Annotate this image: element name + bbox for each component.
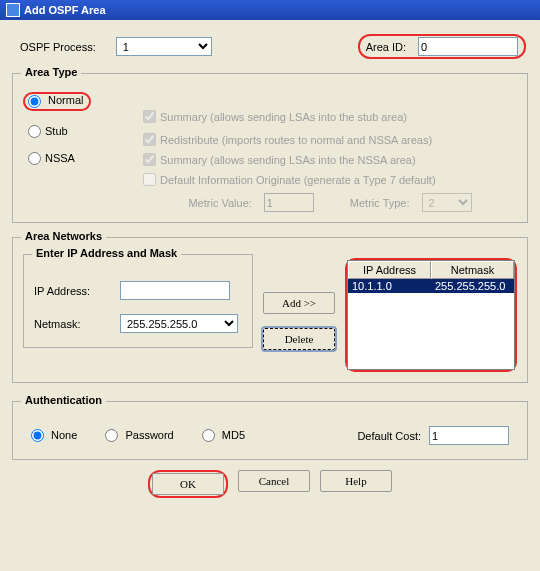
netmask-label: Netmask:	[34, 318, 114, 330]
ip-address-input[interactable]	[120, 281, 230, 300]
default-info-checkbox	[143, 173, 156, 186]
titlebar: Add OSPF Area	[0, 0, 540, 20]
authentication-group: Authentication None Password MD5 Default…	[12, 401, 528, 460]
networks-table[interactable]: IP Address Netmask 10.1.1.0 255.255.255.…	[347, 260, 515, 370]
delete-button[interactable]: Delete	[263, 328, 335, 350]
networks-table-highlight: IP Address Netmask 10.1.1.0 255.255.255.…	[345, 258, 517, 372]
metric-type-label: Metric Type:	[350, 197, 410, 209]
auth-password-radio[interactable]	[105, 429, 118, 442]
metric-value-input	[264, 193, 314, 212]
authentication-legend: Authentication	[21, 394, 106, 406]
auth-none-radio[interactable]	[31, 429, 44, 442]
area-type-nssa-radio[interactable]	[28, 152, 41, 165]
ospf-process-select[interactable]: 1	[116, 37, 212, 56]
window-title: Add OSPF Area	[24, 4, 106, 16]
enter-ip-group: Enter IP Address and Mask IP Address: Ne…	[23, 254, 253, 348]
area-networks-legend: Area Networks	[21, 230, 106, 242]
area-networks-group: Area Networks Enter IP Address and Mask …	[12, 237, 528, 383]
area-type-normal-radio[interactable]	[28, 95, 41, 108]
area-type-group: Area Type Normal Stub NSSA	[12, 73, 528, 223]
auth-md5-label: MD5	[222, 429, 245, 441]
area-id-input[interactable]	[418, 37, 518, 56]
enter-ip-legend: Enter IP Address and Mask	[32, 247, 181, 259]
add-button[interactable]: Add >>	[263, 292, 335, 314]
netmask-select[interactable]: 255.255.255.0	[120, 314, 238, 333]
ip-address-label: IP Address:	[34, 285, 114, 297]
area-type-nssa-label: NSSA	[45, 152, 75, 164]
cancel-button[interactable]: Cancel	[238, 470, 310, 492]
col-mask-header[interactable]: Netmask	[431, 261, 514, 279]
cell-mask: 255.255.255.0	[431, 279, 514, 293]
normal-radio-highlight: Normal	[23, 92, 91, 111]
cell-ip: 10.1.1.0	[348, 279, 431, 293]
area-type-normal-label: Normal	[48, 94, 83, 106]
area-id-label: Area ID:	[366, 41, 406, 53]
metric-type-select: 2	[422, 193, 472, 212]
default-cost-input[interactable]	[429, 426, 509, 445]
ospf-process-label: OSPF Process:	[20, 41, 96, 53]
auth-password-label: Password	[125, 429, 173, 441]
ok-button[interactable]: OK	[152, 473, 224, 495]
redistribute-checkbox	[143, 133, 156, 146]
area-type-stub-label: Stub	[45, 125, 68, 137]
auth-none-label: None	[51, 429, 77, 441]
summary-stub-label: Summary (allows sending LSAs into the st…	[160, 111, 407, 123]
summary-stub-checkbox	[143, 110, 156, 123]
table-row[interactable]: 10.1.1.0 255.255.255.0	[348, 279, 514, 293]
summary-nssa-checkbox	[143, 153, 156, 166]
auth-md5-radio[interactable]	[202, 429, 215, 442]
area-type-stub-radio[interactable]	[28, 125, 41, 138]
window-icon	[6, 3, 20, 17]
default-info-label: Default Information Originate (generate …	[160, 174, 436, 186]
redistribute-label: Redistribute (imports routes to normal a…	[160, 134, 432, 146]
ok-button-highlight: OK	[148, 470, 228, 498]
area-id-highlight: Area ID:	[358, 34, 526, 59]
summary-nssa-label: Summary (allows sending LSAs into the NS…	[160, 154, 416, 166]
area-type-legend: Area Type	[21, 66, 81, 78]
col-ip-header[interactable]: IP Address	[348, 261, 431, 279]
help-button[interactable]: Help	[320, 470, 392, 492]
metric-value-label: Metric Value:	[188, 197, 251, 209]
default-cost-label: Default Cost:	[357, 430, 421, 442]
